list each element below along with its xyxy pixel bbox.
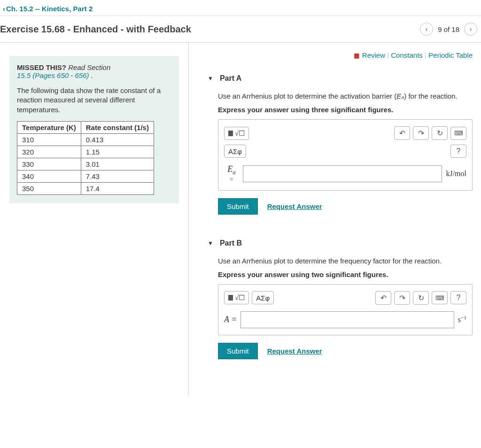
part-a-input[interactable] xyxy=(243,165,442,182)
flag-icon[interactable]: ▮▮ xyxy=(354,52,358,59)
section-link[interactable]: 15.5 (Pages 650 - 656) xyxy=(17,71,89,79)
part-b-var-label: A = xyxy=(224,315,237,324)
table-row: 3407.43 xyxy=(17,170,154,182)
part-b-submit-button[interactable]: Submit xyxy=(218,343,258,359)
part-a-submit-button[interactable]: Submit xyxy=(218,198,258,215)
redo-button[interactable]: ↷ xyxy=(394,291,410,305)
collapse-icon: ▼ xyxy=(208,75,213,82)
data-table: Temperature (K) Rate constant (1/s) 3100… xyxy=(17,121,154,195)
breadcrumb[interactable]: ‹Ch. 15.2 -- Kinetics, Part 2 xyxy=(0,0,481,16)
missed-label: MISSED THIS? xyxy=(17,63,66,71)
part-a-prompt: Use an Arrhenius plot to determine the a… xyxy=(218,91,473,101)
part-b-header[interactable]: ▼ Part B xyxy=(208,236,473,250)
help-button[interactable]: ? xyxy=(450,291,466,304)
col-temp-header: Temperature (K) xyxy=(17,121,81,133)
part-b-units: s−1 xyxy=(458,315,466,324)
part-a-sigfig: Express your answer using three signific… xyxy=(218,106,473,114)
review-link[interactable]: Review xyxy=(362,51,385,59)
exercise-title: Exercise 15.68 - Enhanced - with Feedbac… xyxy=(0,24,191,35)
table-row: 3201.15 xyxy=(17,146,154,158)
part-b-prompt: Use an Arrhenius plot to determine the f… xyxy=(218,256,473,266)
problem-intro: The following data show the rate constan… xyxy=(17,86,171,115)
part-b-sigfig: Express your answer using two significan… xyxy=(218,270,473,278)
chevron-left-icon: ‹ xyxy=(3,5,5,13)
collapse-icon: ▼ xyxy=(208,240,213,247)
part-b-request-answer[interactable]: Request Answer xyxy=(267,347,322,355)
periodic-table-link[interactable]: Periodic Table xyxy=(428,51,473,59)
greek-button[interactable]: ΑΣφ xyxy=(224,145,246,158)
missed-this: MISSED THIS? Read Section 15.5 (Pages 65… xyxy=(17,63,171,79)
reset-button[interactable]: ↻ xyxy=(432,126,448,140)
undo-button[interactable]: ↶ xyxy=(375,291,391,305)
keyboard-button[interactable]: ⌨ xyxy=(432,291,448,304)
part-a-request-answer[interactable]: Request Answer xyxy=(267,202,322,210)
reset-button[interactable]: ↻ xyxy=(413,291,429,305)
constants-link[interactable]: Constants xyxy=(391,51,423,59)
left-pane: MISSED THIS? Read Section 15.5 (Pages 65… xyxy=(0,43,189,395)
part-a-answer-box: √☐ ↶ ↷ ↻ ⌨ ΑΣφ xyxy=(218,119,473,191)
breadcrumb-text: Ch. 15.2 -- Kinetics, Part 2 xyxy=(6,5,93,13)
template-picker-button[interactable]: √☐ xyxy=(224,291,249,304)
keyboard-button[interactable]: ⌨ xyxy=(450,127,466,140)
part-b-title: Part B xyxy=(220,239,242,247)
help-button[interactable]: ? xyxy=(450,145,466,158)
next-button[interactable]: › xyxy=(464,23,477,36)
prev-button[interactable]: ‹ xyxy=(420,23,433,36)
read-section-label: Read Section xyxy=(68,63,110,71)
part-a-units: kJ/mol xyxy=(446,170,466,178)
right-pane: ▮▮ Review | Constants | Periodic Table ▼… xyxy=(189,43,481,395)
undo-button[interactable]: ↶ xyxy=(394,126,410,140)
col-rate-header: Rate constant (1/s) xyxy=(81,121,154,133)
part-b: ▼ Part B Use an Arrhenius plot to determ… xyxy=(208,236,473,359)
redo-button[interactable]: ↷ xyxy=(413,126,429,140)
part-a-header[interactable]: ▼ Part A xyxy=(208,71,473,85)
part-b-answer-box: √☐ ΑΣφ ↶ ↷ ↻ ⌨ ? A = xyxy=(218,284,473,335)
part-b-input[interactable] xyxy=(240,311,454,328)
part-a-var-label: Ea = xyxy=(224,164,239,184)
part-a: ▼ Part A Use an Arrhenius plot to determ… xyxy=(208,71,473,215)
pager: ‹ 9 of 18 › xyxy=(420,23,477,36)
section-period: . xyxy=(89,71,93,79)
hint-box: MISSED THIS? Read Section 15.5 (Pages 65… xyxy=(9,56,179,203)
exercise-bar: Exercise 15.68 - Enhanced - with Feedbac… xyxy=(0,16,481,43)
part-a-title: Part A xyxy=(220,74,242,83)
table-row: 3303.01 xyxy=(17,158,154,170)
pager-position: 9 of 18 xyxy=(438,25,459,33)
top-links: ▮▮ Review | Constants | Periodic Table xyxy=(208,51,473,59)
table-row: 3100.413 xyxy=(17,133,154,146)
greek-button[interactable]: ΑΣφ xyxy=(252,291,274,304)
table-row: 35017.4 xyxy=(17,182,154,194)
template-picker-button[interactable]: √☐ xyxy=(224,127,249,140)
